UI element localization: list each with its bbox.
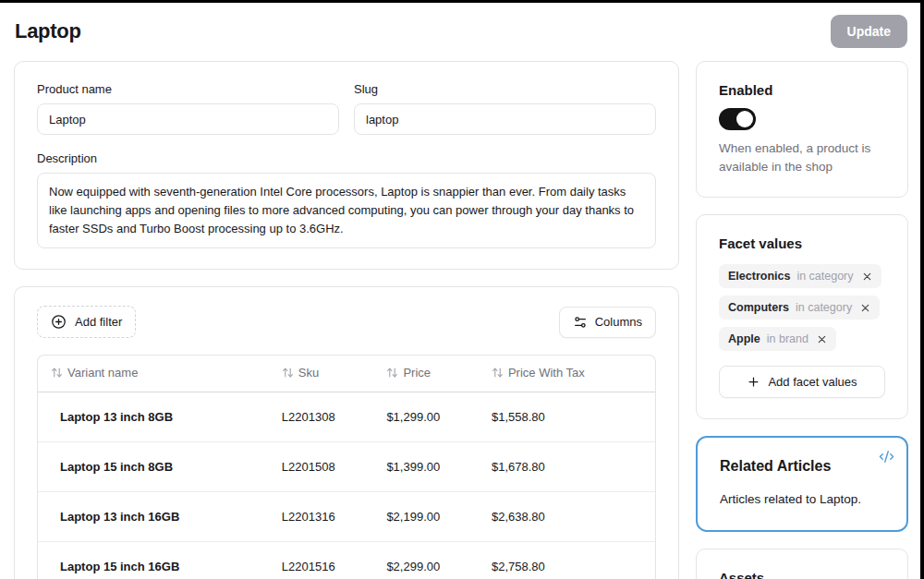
variant-name-cell[interactable]: Laptop 13 inch 8GB (38, 392, 273, 442)
facet-chip: Computers in category (719, 296, 880, 320)
facet-chip-facet: in category (796, 301, 852, 314)
facet-chip: Electronics in category (719, 264, 881, 288)
price-cell: $1,299.00 (377, 392, 482, 442)
price-with-tax-cell: $1,558.80 (482, 392, 655, 442)
remove-facet-icon[interactable] (817, 334, 827, 344)
add-filter-label: Add filter (75, 315, 122, 329)
plus-icon (747, 375, 760, 389)
description-input[interactable]: Now equipped with seventh-generation Int… (37, 173, 656, 248)
related-articles-title: Related Articles (720, 458, 884, 475)
facet-chip: Apple in brand (719, 327, 836, 351)
sort-icon[interactable] (492, 367, 504, 379)
facet-chip-list: Electronics in category Computers in cat… (719, 264, 885, 351)
toggle-knob (736, 111, 753, 127)
sku-cell: L2201316 (273, 492, 378, 542)
column-header-sku[interactable]: Sku (273, 356, 378, 392)
enabled-toggle[interactable] (719, 108, 756, 130)
product-name-input[interactable] (37, 103, 339, 135)
sku-cell: L2201308 (273, 392, 378, 442)
columns-label: Columns (595, 315, 642, 329)
price-cell: $2,299.00 (377, 542, 482, 579)
variants-card: Add filter Columns Variant name Sku (14, 286, 679, 579)
facet-chip-facet: in category (796, 270, 853, 283)
enabled-card: Enabled When enabled, a product is avail… (696, 61, 908, 198)
sort-icon[interactable] (51, 367, 63, 379)
price-with-tax-cell: $1,678.80 (482, 442, 655, 492)
page-header: Laptop Update (0, 0, 924, 61)
column-settings-icon (573, 315, 588, 330)
column-header-price-with-tax[interactable]: Price With Tax (482, 356, 655, 392)
variant-name-cell[interactable]: Laptop 13 inch 16GB (38, 492, 273, 542)
sku-cell: L2201516 (273, 542, 378, 579)
related-articles-card: Related Articles Articles related to Lap… (696, 436, 908, 532)
circle-plus-icon (51, 314, 67, 330)
variants-toolbar: Add filter Columns (37, 306, 656, 338)
column-header-variant-name[interactable]: Variant name (38, 356, 273, 392)
product-details-card: Product name Slug Description Now equipp… (14, 61, 679, 270)
table-row[interactable]: Laptop 13 inch 8GB L2201308 $1,299.00 $1… (38, 392, 655, 442)
assets-title: Assets (719, 570, 885, 579)
slug-input[interactable] (354, 103, 656, 135)
right-sidebar: Enabled When enabled, a product is avail… (696, 61, 908, 579)
add-facet-values-label: Add facet values (768, 375, 857, 389)
table-row[interactable]: Laptop 13 inch 16GB L2201316 $2,199.00 $… (38, 492, 655, 542)
price-cell: $2,199.00 (377, 492, 482, 542)
facet-chip-value: Computers (728, 301, 789, 314)
facet-chip-value: Apple (728, 332, 760, 345)
price-cell: $1,399.00 (377, 442, 482, 492)
description-label: Description (37, 151, 656, 165)
remove-facet-icon[interactable] (860, 303, 870, 313)
variants-table: Variant name Sku Price Price With Tax La… (37, 355, 656, 579)
window-edge-right (920, 0, 924, 579)
facet-values-title: Facet values (719, 235, 885, 251)
sort-icon[interactable] (282, 367, 294, 379)
assets-card: Assets (696, 549, 908, 579)
product-name-label: Product name (37, 82, 339, 96)
table-header-row: Variant name Sku Price Price With Tax (38, 356, 655, 392)
table-row[interactable]: Laptop 15 inch 16GB L2201516 $2,299.00 $… (38, 542, 655, 579)
description-field: Description Now equipped with seventh-ge… (37, 151, 656, 248)
add-filter-button[interactable]: Add filter (37, 306, 136, 338)
slug-field: Slug (354, 82, 656, 135)
page-title: Laptop (15, 19, 81, 43)
facet-chip-value: Electronics (728, 270, 790, 283)
column-header-price[interactable]: Price (377, 356, 482, 392)
window-edge-top (0, 0, 924, 3)
facet-values-card: Facet values Electronics in category Com… (696, 214, 908, 419)
price-with-tax-cell: $2,638.80 (482, 492, 655, 542)
columns-button[interactable]: Columns (559, 307, 656, 338)
code-icon[interactable] (879, 449, 894, 464)
enabled-help-text: When enabled, a product is available in … (719, 139, 885, 176)
table-row[interactable]: Laptop 15 inch 8GB L2201508 $1,399.00 $1… (38, 442, 655, 492)
remove-facet-icon[interactable] (862, 271, 872, 282)
left-column: Product name Slug Description Now equipp… (14, 61, 679, 579)
add-facet-values-button[interactable]: Add facet values (719, 366, 885, 398)
price-with-tax-cell: $2,758.80 (482, 542, 655, 579)
sort-icon[interactable] (386, 367, 398, 379)
enabled-title: Enabled (719, 82, 885, 98)
facet-chip-facet: in brand (767, 332, 808, 345)
variant-name-cell[interactable]: Laptop 15 inch 8GB (38, 442, 273, 492)
sku-cell: L2201508 (273, 442, 378, 492)
main-content: Product name Slug Description Now equipp… (0, 61, 924, 579)
slug-label: Slug (354, 82, 656, 96)
product-name-field: Product name (37, 82, 339, 135)
related-articles-body: Articles related to Laptop. (720, 492, 884, 506)
update-button[interactable]: Update (831, 15, 907, 48)
variant-name-cell[interactable]: Laptop 15 inch 16GB (38, 542, 273, 579)
